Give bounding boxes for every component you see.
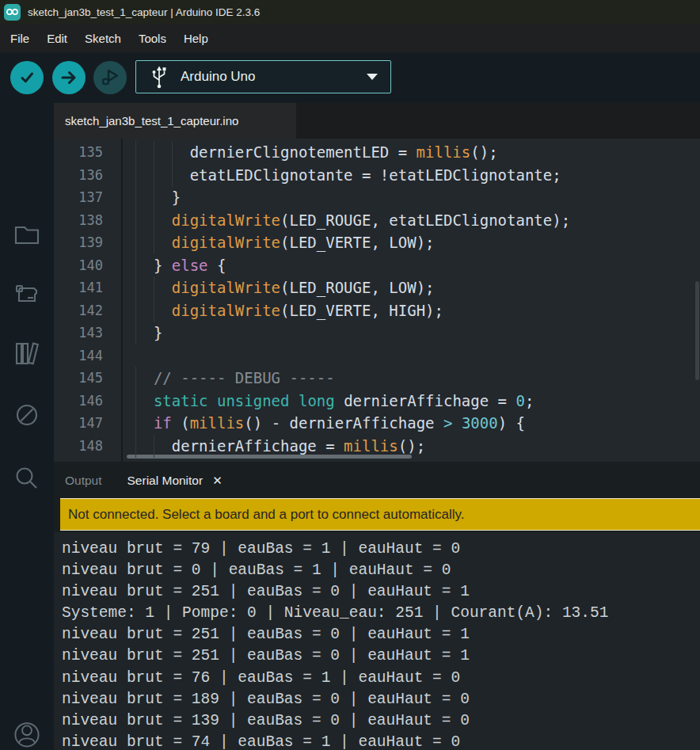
menu-item-file[interactable]: File [2,28,38,49]
tab-label: sketch_jan3b_test_1_capteur.ino [65,114,238,128]
menu-item-tools[interactable]: Tools [130,28,175,49]
sidebar-item-search[interactable] [0,458,54,499]
code-line-143[interactable]: } [135,322,162,345]
editor-tab-sketch[interactable]: sketch_jan3b_test_1_capteur.ino [54,103,296,139]
line-number: 135 [54,141,103,164]
vertical-scrollbar[interactable] [695,281,699,380]
code-line-145[interactable]: // ----- DEBUG ----- [135,367,335,390]
code-line-135[interactable]: dernierClignotementLED = millis(); [135,141,498,164]
sidebar-item-account[interactable] [0,717,54,750]
line-number: 148 [54,435,103,458]
window-title: sketch_jan3b_test_1_capteur | Arduino ID… [28,6,260,18]
code-line-140[interactable]: } else { [135,254,226,277]
board-selector-dropdown[interactable]: Arduino Uno [135,60,391,93]
verify-button[interactable] [10,61,44,94]
panel-tab-label: Output [65,474,102,488]
line-number: 136 [54,164,103,187]
panel-tab-output[interactable]: Output [63,470,104,491]
line-number: 145 [54,367,103,390]
menu-item-help[interactable]: Help [175,28,217,49]
code-line-148[interactable]: dernierAffichage = millis(); [135,435,425,458]
line-number: 143 [54,322,103,345]
activity-sidebar [0,103,54,750]
debug-disabled-icon [13,402,40,428]
check-icon [17,68,36,87]
line-number: 147 [54,412,103,435]
serial-line: niveau brut = 189 | eauBas = 0 | eauHaut… [62,689,700,710]
line-number: 137 [54,186,103,209]
gutter-divider [121,139,123,462]
serial-line: niveau brut = 76 | eauBas = 1 | eauHaut … [62,668,700,689]
line-number: 146 [54,390,103,413]
serial-line: niveau brut = 74 | eauBas = 1 | eauHaut … [62,732,700,750]
line-number: 144 [54,345,103,367]
account-icon [9,717,45,750]
toolbar: Arduino Uno [0,52,700,103]
serial-line: niveau brut = 251 | eauBas = 0 | eauHaut… [62,645,700,667]
sidebar-item-boards-manager[interactable] [0,274,54,315]
arduino-ide-window: sketch_jan3b_test_1_capteur | Arduino ID… [0,0,700,750]
serial-line: Systeme: 1 | Pompe: 0 | Niveau_eau: 251 … [62,603,700,624]
serial-monitor-output[interactable]: niveau brut = 79 | eauBas = 1 | eauHaut … [54,532,700,750]
line-number: 140 [54,254,103,277]
code-line-141[interactable]: digitalWrite(LED_ROUGE, LOW); [135,276,435,299]
line-number: 142 [54,299,103,322]
panel-tab-serial-monitor[interactable]: Serial Monitor✕ [126,470,224,491]
usb-icon [149,65,169,89]
menu-item-sketch[interactable]: Sketch [76,28,130,49]
serial-line: niveau brut = 139 | eauBas = 0 | eauHaut… [62,710,700,732]
arduino-logo-icon [4,4,21,21]
menu-item-edit[interactable]: Edit [38,28,76,49]
line-number: 141 [54,276,103,299]
sidebar-item-debug[interactable] [0,394,54,436]
menu-bar: FileEditSketchToolsHelp [0,24,700,52]
code-line-147[interactable]: if (millis() - dernierAffichage > 3000) … [135,412,525,435]
selected-board-label: Arduino Uno [181,69,256,85]
sidebar-item-library-manager[interactable] [0,333,54,375]
arrow-right-icon [59,68,79,87]
editor-tab-bar: sketch_jan3b_test_1_capteur.ino [54,103,700,139]
search-icon [13,464,41,493]
upload-button[interactable] [52,61,86,94]
code-editor[interactable]: 135 dernierClignotementLED = millis();13… [54,139,700,462]
debug-button[interactable] [93,61,127,94]
sidebar-item-sketchbook[interactable] [0,213,54,254]
line-number: 139 [54,231,103,254]
serial-line: niveau brut = 251 | eauBas = 0 | eauHaut… [62,624,700,645]
sketchbook-folder-icon [13,222,41,246]
bottom-panel: OutputSerial Monitor✕ Not connected. Sel… [54,462,700,750]
code-line-136[interactable]: etatLEDClignotante = !etatLEDClignotante… [135,164,561,187]
code-line-146[interactable]: static unsigned long dernierAffichage = … [135,390,534,413]
close-icon[interactable]: ✕ [212,474,223,488]
panel-tab-label: Serial Monitor [127,474,204,488]
serial-line: niveau brut = 0 | eauBas = 1 | eauHaut =… [62,560,700,581]
serial-line: niveau brut = 251 | eauBas = 0 | eauHaut… [62,581,700,603]
debug-bug-play-icon [99,67,121,88]
code-line-138[interactable]: digitalWrite(LED_ROUGE, etatLEDClignotan… [135,209,570,232]
line-number: 138 [54,209,103,232]
title-bar: sketch_jan3b_test_1_capteur | Arduino ID… [0,0,700,24]
chevron-down-icon [367,74,378,80]
panel-tab-bar: OutputSerial Monitor✕ [54,462,700,499]
boards-manager-icon [13,281,41,308]
code-line-139[interactable]: digitalWrite(LED_VERTE, LOW); [135,231,435,254]
code-line-142[interactable]: digitalWrite(LED_VERTE, HIGH); [135,299,443,322]
notification-banner: Not connected. Select a board and a port… [60,498,700,531]
serial-line: niveau brut = 79 | eauBas = 1 | eauHaut … [62,539,700,560]
code-line-137[interactable]: } [135,186,181,209]
library-manager-icon [12,340,42,368]
